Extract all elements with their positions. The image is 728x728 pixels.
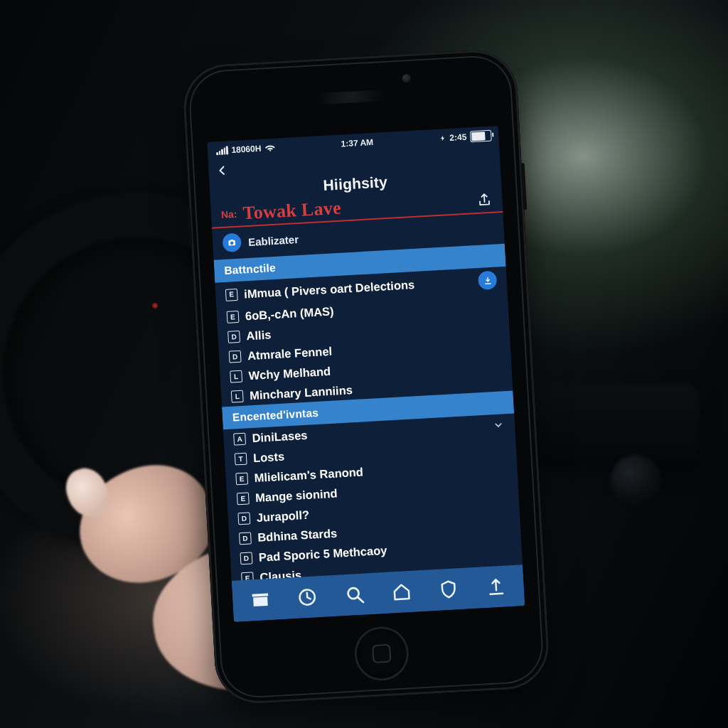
- item-badge-icon: E: [235, 473, 248, 486]
- item-label: Minchary Lanniins: [250, 383, 353, 402]
- item-badge-icon: L: [231, 390, 244, 403]
- item-label: Wchy Melhand: [248, 365, 331, 382]
- item-badge-icon: E: [227, 311, 240, 323]
- item-label: 6oB,-cAn (MAS): [245, 304, 334, 323]
- headline-prefix: Na:: [221, 208, 237, 220]
- item-badge-icon: D: [240, 552, 253, 564]
- shield-icon[interactable]: [438, 578, 461, 601]
- subtitle-text: Eablizater: [248, 233, 299, 248]
- item-badge-icon: D: [229, 350, 242, 363]
- archive-icon[interactable]: [250, 589, 272, 611]
- phone-body: 18060H 1:37 AM 2:45: [181, 48, 551, 706]
- scene-photo-backdrop: 18060H 1:37 AM 2:45: [0, 0, 728, 728]
- headline-text: Towak Lave: [242, 198, 342, 225]
- wifi-icon: [264, 143, 275, 154]
- camera-icon[interactable]: [222, 233, 241, 252]
- page-title: Hiighsity: [323, 173, 388, 194]
- item-label: Bdhina Stards: [257, 527, 338, 545]
- item-label: Allis: [246, 328, 272, 343]
- item-label: Jurapoll?: [256, 508, 309, 525]
- power-button[interactable]: [521, 163, 528, 210]
- upload-icon[interactable]: [485, 575, 508, 598]
- earpiece: [315, 90, 387, 105]
- chevron-down-icon: [492, 418, 505, 432]
- item-label: Losts: [253, 450, 285, 465]
- item-badge-icon: E: [225, 288, 238, 301]
- item-badge-icon: L: [230, 370, 242, 383]
- item-badge-icon: T: [235, 453, 247, 466]
- home-icon[interactable]: [390, 581, 413, 604]
- item-badge-icon: D: [237, 512, 250, 525]
- screen: 18060H 1:37 AM 2:45: [207, 126, 525, 622]
- item-badge-icon: D: [239, 532, 252, 545]
- status-clock-secondary: 2:45: [449, 132, 467, 143]
- carrier-label: 18060H: [231, 144, 262, 155]
- battery-icon: [470, 130, 492, 143]
- item-label: Atmrale Fennel: [247, 345, 333, 363]
- front-camera: [402, 74, 411, 83]
- bolt-icon: [439, 133, 446, 143]
- item-badge-icon: D: [228, 331, 240, 343]
- dashboard-knob: [610, 455, 661, 506]
- search-icon[interactable]: [343, 584, 366, 606]
- status-clock: 1:37 AM: [341, 137, 373, 149]
- item-badge-icon: E: [237, 492, 250, 505]
- item-badge-icon: A: [233, 433, 246, 446]
- download-button[interactable]: [478, 271, 497, 290]
- signal-icon: [216, 146, 228, 155]
- clock-icon[interactable]: [296, 586, 319, 609]
- item-label: DiniLases: [252, 429, 308, 445]
- item-label: Mange sionind: [255, 487, 338, 505]
- back-button[interactable]: [215, 164, 229, 177]
- share-icon[interactable]: [476, 192, 493, 208]
- home-button[interactable]: [353, 625, 410, 682]
